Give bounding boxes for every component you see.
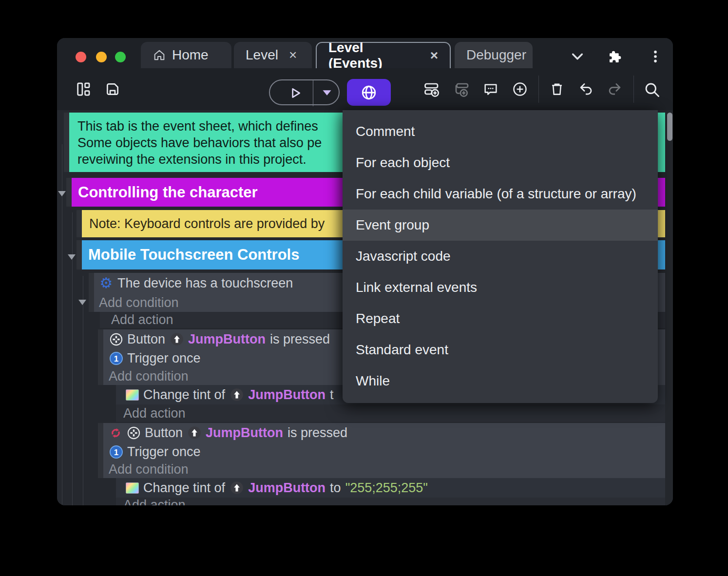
event-margin [66, 178, 72, 207]
collapse-arrow-icon[interactable] [58, 191, 66, 196]
add-circle-icon[interactable] [512, 81, 528, 97]
preview-browser-button[interactable] [347, 79, 391, 106]
jumpbutton-instance-icon [230, 480, 244, 495]
chevron-down-icon[interactable] [570, 49, 585, 64]
tab-level-events[interactable]: Level (Events) × [316, 42, 451, 68]
redo-icon[interactable] [607, 81, 623, 97]
menu-kebab-icon[interactable] [648, 49, 663, 64]
svg-text:1: 1 [114, 354, 118, 363]
group-title: Controlling the character [78, 184, 258, 201]
toolbar-divider [538, 76, 539, 103]
tint-value: "255;255;255" [345, 480, 428, 496]
gutter-line [83, 276, 83, 505]
minimize-window-button[interactable] [96, 52, 107, 62]
add-comment-icon[interactable] [482, 81, 499, 97]
scrollbar-thumb[interactable] [667, 113, 672, 141]
menu-item-link-external-events[interactable]: Link external events [343, 272, 658, 303]
condition-button-pressed[interactable]: Button JumpButton is pressed [109, 423, 665, 442]
button-object-icon [126, 425, 141, 440]
tab-level-close-icon[interactable]: × [289, 47, 297, 63]
titlebar: Home Level × Level (Events) × Debugger [57, 38, 673, 68]
menu-item-repeat[interactable]: Repeat [343, 303, 658, 334]
add-event-icon[interactable] [423, 81, 440, 97]
event-block-jumpbutton-2: Button JumpButton is pressed 1 Trigger o… [103, 423, 665, 478]
play-icon[interactable] [287, 85, 303, 101]
jumpbutton-instance-icon [230, 387, 244, 402]
addons-puzzle-icon[interactable] [608, 49, 623, 64]
menu-item-for-each-object[interactable]: For each object [343, 147, 658, 178]
zoom-window-button[interactable] [115, 52, 126, 62]
menu-item-while[interactable]: While [343, 365, 658, 397]
event-margin [98, 423, 103, 478]
search-icon[interactable] [643, 81, 660, 97]
touch-gear-icon: ⚙ [99, 276, 114, 290]
play-options-caret-icon[interactable] [322, 89, 332, 96]
action-change-tint-2[interactable]: Change tint of JumpButton to "255;255;25… [116, 478, 665, 498]
trigger-once-icon: 1 [109, 444, 123, 459]
event-sheet: This tab is the event sheet, which defin… [57, 110, 673, 505]
jumpbutton-instance-icon [170, 332, 184, 346]
tint-color-icon [125, 387, 139, 402]
event-margin [89, 273, 94, 312]
globe-icon [360, 84, 378, 101]
tab-level-events-close-icon[interactable]: × [430, 48, 438, 63]
tab-level-events-label: Level (Events) [328, 40, 420, 71]
menu-item-event-group[interactable]: Event group [343, 210, 658, 241]
event-margin [64, 113, 69, 172]
add-sub-event-icon[interactable] [453, 81, 470, 97]
group-title: Mobile Touchscreen Controls [88, 246, 299, 264]
home-icon [153, 48, 166, 62]
event-margin [77, 240, 82, 269]
menu-item-for-each-child-variable[interactable]: For each child variable (of a structure … [343, 178, 658, 210]
add-event-context-menu: Comment For each object For each child v… [343, 110, 658, 403]
svg-text:1: 1 [114, 447, 118, 457]
undo-icon[interactable] [577, 81, 594, 97]
tab-debugger[interactable]: Debugger [455, 42, 533, 68]
tab-home[interactable]: Home [141, 42, 231, 68]
toolbar [57, 68, 673, 110]
tint-color-icon [125, 480, 139, 495]
save-icon[interactable] [104, 81, 121, 97]
tab-level-label: Level [246, 47, 278, 63]
condition-text: The device has a touchscreen [117, 276, 293, 291]
play-button-divider [313, 80, 313, 106]
delete-icon[interactable] [549, 81, 565, 97]
tab-home-label: Home [172, 47, 209, 63]
event-margin [98, 329, 103, 385]
invert-condition-icon [109, 425, 122, 440]
trigger-once-icon: 1 [109, 351, 123, 365]
condition-trigger-once[interactable]: 1 Trigger once [109, 442, 665, 461]
layout-view-icon[interactable] [75, 81, 92, 97]
menu-item-comment[interactable]: Comment [343, 116, 658, 147]
add-action-link[interactable]: Add action [116, 498, 665, 505]
scrollbar-track[interactable] [665, 110, 673, 505]
event-margin [77, 210, 82, 237]
tab-debugger-label: Debugger [466, 47, 526, 63]
menu-item-standard-event[interactable]: Standard event [343, 334, 658, 365]
play-split-button [269, 79, 340, 105]
gutter-line [62, 144, 62, 505]
collapse-arrow-icon[interactable] [68, 254, 76, 260]
collapse-arrow-icon[interactable] [78, 300, 86, 305]
menu-item-javascript-code[interactable]: Javascript code [343, 241, 658, 272]
close-window-button[interactable] [76, 52, 86, 62]
jumpbutton-instance-icon [187, 425, 202, 440]
button-object-icon [109, 332, 123, 346]
app-window: Home Level × Level (Events) × Debugger [57, 38, 673, 505]
add-condition-link[interactable]: Add condition [109, 461, 665, 478]
toolbar-divider [633, 76, 634, 103]
note-text: Note: Keyboard controls are provided by [89, 216, 325, 231]
tab-level[interactable]: Level × [234, 42, 312, 68]
add-action-link[interactable]: Add action [116, 404, 665, 422]
